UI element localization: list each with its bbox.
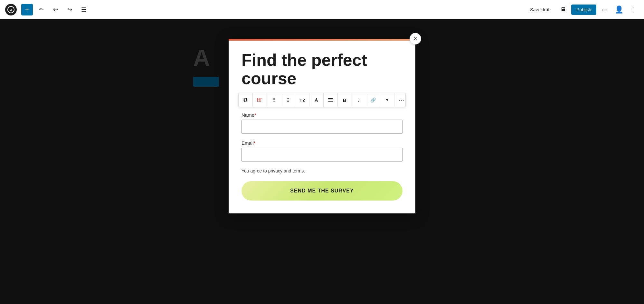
publish-button[interactable]: Publish bbox=[571, 5, 596, 15]
list-icon: ☰ bbox=[81, 6, 86, 13]
name-form-group: Name* bbox=[242, 112, 402, 134]
modal-close-button[interactable]: × bbox=[410, 33, 421, 44]
undo-button[interactable]: ↩ bbox=[50, 4, 61, 15]
block-formatting-toolbar: ⧉ H+ ▲ ▼ H2 A bbox=[238, 93, 406, 107]
document-overview-button[interactable]: ☰ bbox=[78, 4, 90, 15]
drag-handle-button[interactable] bbox=[267, 93, 281, 107]
vertical-dots-icon: ⋮ bbox=[630, 6, 636, 14]
save-draft-button[interactable]: Save draft bbox=[526, 5, 554, 14]
ellipsis-icon bbox=[399, 97, 404, 103]
drag-icon bbox=[272, 97, 276, 103]
close-icon: × bbox=[414, 35, 417, 42]
chevron-down-icon: ▼ bbox=[385, 98, 389, 102]
text-color-button[interactable]: A bbox=[309, 93, 324, 107]
more-options-dropdown[interactable]: ▼ bbox=[380, 93, 394, 107]
align-icon bbox=[328, 98, 333, 102]
link-icon bbox=[370, 97, 376, 103]
plus-icon: + bbox=[25, 6, 29, 13]
redo-icon: ↪ bbox=[67, 6, 72, 13]
bold-button[interactable]: B bbox=[338, 93, 352, 107]
email-label: Email* bbox=[242, 140, 402, 146]
align-button[interactable] bbox=[324, 93, 338, 107]
sidebar-icon: ▭ bbox=[602, 6, 608, 13]
avatar-button[interactable]: 👤 bbox=[613, 4, 625, 15]
toolbar-left-group: + ✏ ↩ ↪ ☰ bbox=[21, 4, 90, 15]
block-switcher-button[interactable]: ⧉ bbox=[239, 93, 253, 107]
submit-button[interactable]: SEND ME THE SURVEY bbox=[242, 181, 402, 201]
more-toolbar-options-button[interactable] bbox=[394, 93, 406, 107]
link-button[interactable] bbox=[366, 93, 380, 107]
monitor-icon: 🖥 bbox=[560, 6, 566, 13]
name-required-star: * bbox=[254, 112, 256, 118]
popup-modal: × Find the perfect course ⧉ H+ ▲ ▼ bbox=[229, 39, 415, 213]
tools-button[interactable]: ✏ bbox=[35, 4, 47, 15]
move-up-down-button[interactable]: ▲ ▼ bbox=[281, 93, 295, 107]
pencil-icon: ✏ bbox=[39, 6, 43, 13]
options-button[interactable]: ⋮ bbox=[627, 4, 639, 15]
top-toolbar: + ✏ ↩ ↪ ☰ Save draft 🖥 Publish ▭ 👤 ⋮ bbox=[0, 0, 644, 19]
chevrons-icon: ▲ ▼ bbox=[287, 97, 290, 103]
undo-icon: ↩ bbox=[53, 6, 58, 13]
email-required-star: * bbox=[254, 140, 256, 146]
preview-button[interactable]: 🖥 bbox=[557, 4, 569, 15]
privacy-text: You agree to privacy and terms. bbox=[242, 168, 402, 173]
email-form-group: Email* bbox=[242, 140, 402, 162]
modal-title: Find the perfect course bbox=[242, 51, 402, 88]
email-input[interactable] bbox=[242, 148, 402, 162]
heading-type-button[interactable]: H+ bbox=[253, 93, 267, 107]
heading-icon: H+ bbox=[257, 97, 263, 103]
user-avatar-icon: 👤 bbox=[615, 5, 623, 14]
italic-button[interactable]: I bbox=[352, 93, 366, 107]
sidebar-toggle-button[interactable]: ▭ bbox=[599, 4, 611, 15]
modal-body: Find the perfect course ⧉ H+ ▲ ▼ H2 A bbox=[229, 41, 415, 213]
wordpress-logo[interactable] bbox=[5, 4, 17, 15]
wp-logo-icon bbox=[7, 6, 14, 13]
name-label: Name* bbox=[242, 112, 402, 118]
name-input[interactable] bbox=[242, 120, 402, 134]
nested-squares-icon: ⧉ bbox=[243, 97, 248, 103]
toolbar-right-group: Save draft 🖥 Publish ▭ 👤 ⋮ bbox=[526, 4, 639, 15]
add-block-button[interactable]: + bbox=[21, 4, 33, 15]
redo-button[interactable]: ↪ bbox=[64, 4, 75, 15]
heading-level-button[interactable]: H2 bbox=[295, 93, 309, 107]
